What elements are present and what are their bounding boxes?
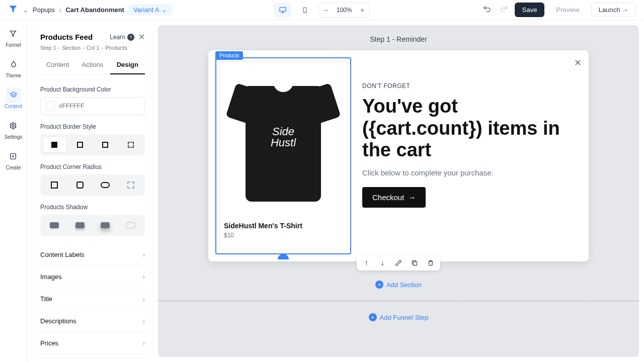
device-mobile-button[interactable] <box>296 3 313 18</box>
crumb[interactable]: Col 1 <box>87 45 100 51</box>
svg-rect-0 <box>280 7 286 11</box>
chevron-right-icon: › <box>59 6 61 15</box>
main: Funnel Theme Content Settings Create Pro… <box>0 20 644 362</box>
arrow-right-icon: → <box>408 193 416 202</box>
funnel-icon <box>6 26 21 41</box>
border-style-label: Product Border Style <box>40 123 145 130</box>
learn-link[interactable]: Learn ? <box>110 34 134 41</box>
launch-button[interactable]: Launch → <box>591 3 636 17</box>
panel-title: Products Feed <box>40 33 93 41</box>
rail-funnel[interactable]: Funnel <box>6 26 21 48</box>
device-desktop-button[interactable] <box>274 3 291 18</box>
tab-actions[interactable]: Actions <box>75 56 110 74</box>
radius-none[interactable] <box>43 177 66 193</box>
zoom-value: 100% <box>333 7 355 14</box>
tab-design[interactable]: Design <box>110 56 145 74</box>
eyebrow-text[interactable]: DON'T FORGET <box>362 82 582 89</box>
row-images[interactable]: Images› <box>40 265 145 288</box>
save-button[interactable]: Save <box>515 3 545 17</box>
breadcrumb-popups[interactable]: Popups <box>33 6 55 14</box>
row-content-labels[interactable]: Content Labels› <box>40 244 145 265</box>
rail-label: Content <box>5 104 22 109</box>
inspector-panel: Products Feed Learn ? ✕ Step 1› Section›… <box>32 25 153 357</box>
preview-button[interactable]: Preview <box>548 3 587 17</box>
move-down-button[interactable]: ↓ <box>378 258 387 267</box>
text-column: DON'T FORGET You've got ({cart.count}) i… <box>362 57 582 254</box>
border-dotted[interactable] <box>120 137 142 152</box>
border-dashed[interactable] <box>94 137 117 152</box>
subtext[interactable]: Click below to complete your purchase. <box>362 168 582 177</box>
add-section-label: Add Section <box>386 281 422 289</box>
zoom-out-button[interactable]: − <box>319 6 333 14</box>
product-name: SideHustl Men's T-Shirt <box>224 222 343 230</box>
rail-label: Theme <box>6 73 21 78</box>
products-selection[interactable]: SideHustl SideHustl Men's T-Shirt $10 <box>215 57 351 254</box>
topbar-right: Save Preview Launch → <box>480 3 636 18</box>
radius-custom[interactable] <box>120 177 142 193</box>
crumb[interactable]: Section <box>62 45 80 51</box>
row-descriptions[interactable]: Descriptions› <box>40 310 145 332</box>
border-style-options <box>40 134 145 155</box>
panel-breadcrumb: Step 1› Section› Col 1› Products <box>40 45 145 51</box>
border-solid[interactable] <box>69 137 92 152</box>
move-up-button[interactable]: ↑ <box>362 258 371 267</box>
zoom-in-button[interactable]: + <box>355 6 369 14</box>
add-funnel-step-button[interactable]: + Add Funnel Step <box>369 313 429 321</box>
canvas[interactable]: Step 1 - Reminder ✕ Products SideHustl <box>158 25 639 357</box>
rail-label: Create <box>6 165 21 170</box>
checkout-button[interactable]: Checkout → <box>362 187 426 208</box>
nav-rail: Funnel Theme Content Settings Create <box>0 20 27 362</box>
chevron-down-icon[interactable]: ⌄ <box>22 5 29 15</box>
headline-text[interactable]: You've got ({cart.count}) items in the c… <box>362 96 582 161</box>
chevron-right-icon: › <box>143 295 145 303</box>
add-section-button[interactable]: + Add Section <box>375 281 422 289</box>
delete-button[interactable] <box>426 258 435 267</box>
logo-icon[interactable] <box>8 4 18 16</box>
chevron-down-icon: ⌄ <box>162 6 167 14</box>
chevron-right-icon: › <box>143 339 145 347</box>
close-icon[interactable]: ✕ <box>138 32 145 42</box>
edit-button[interactable] <box>394 258 403 267</box>
product-card[interactable]: SideHustl SideHustl Men's T-Shirt $10 <box>219 61 347 250</box>
color-swatch <box>46 102 55 111</box>
row-variant-picker[interactable]: Variant Picker› <box>40 354 145 357</box>
undo-button[interactable] <box>480 3 494 18</box>
close-icon[interactable]: ✕ <box>574 57 582 68</box>
plus-icon: + <box>375 281 383 289</box>
svg-point-2 <box>305 12 305 12</box>
breadcrumb-current[interactable]: Cart Abandonment <box>65 6 124 14</box>
shadow-options <box>40 215 145 236</box>
element-toolbar: ↑ ↓ <box>357 255 440 270</box>
gear-icon <box>6 118 21 133</box>
chevron-right-icon: › <box>143 317 145 325</box>
rail-content[interactable]: Content <box>5 87 22 109</box>
row-prices[interactable]: Prices› <box>40 332 145 354</box>
tab-content[interactable]: Content <box>40 56 75 74</box>
shadow-sm[interactable] <box>43 218 66 233</box>
layers-icon <box>6 87 21 103</box>
variant-label: Variant A <box>133 6 159 14</box>
selection-handle[interactable] <box>278 254 289 259</box>
rail-label: Settings <box>4 134 22 140</box>
crumb[interactable]: Products <box>105 45 127 51</box>
shadow-none[interactable] <box>120 218 142 233</box>
crumb[interactable]: Step 1 <box>40 45 56 51</box>
radius-pill[interactable] <box>94 177 117 193</box>
row-title[interactable]: Title› <box>40 288 145 310</box>
shadow-label: Products Shadow <box>40 204 145 211</box>
topbar: ⌄ Popups › Cart Abandonment Variant A ⌄ … <box>0 0 644 20</box>
radius-small[interactable] <box>69 177 92 193</box>
popup-preview[interactable]: ✕ Products SideHustl SideHustl <box>208 50 589 261</box>
bg-color-input[interactable]: #FFFFFF <box>40 97 145 115</box>
border-solid-fill[interactable] <box>43 137 66 152</box>
rail-settings[interactable]: Settings <box>4 118 22 140</box>
variant-selector[interactable]: Variant A ⌄ <box>128 4 172 16</box>
redo-button[interactable] <box>498 3 511 18</box>
rail-theme[interactable]: Theme <box>6 57 21 78</box>
product-price: $10 <box>224 232 343 239</box>
shadow-md[interactable] <box>69 218 92 233</box>
checkout-label: Checkout <box>372 193 404 202</box>
rail-create[interactable]: Create <box>6 149 21 170</box>
shadow-lg[interactable] <box>94 218 117 233</box>
duplicate-button[interactable] <box>410 258 419 267</box>
